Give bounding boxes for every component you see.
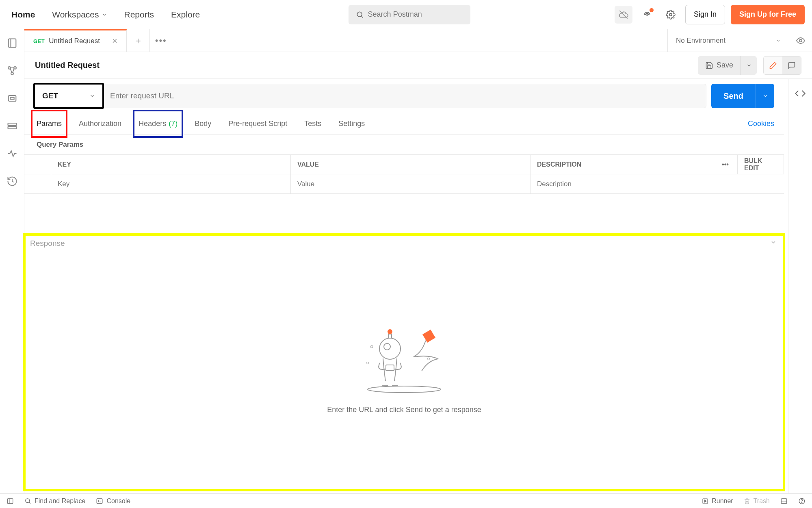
help-icon (798, 497, 806, 505)
find-replace-button[interactable]: Find and Replace (24, 497, 85, 505)
svg-point-13 (799, 39, 802, 42)
mock-servers-icon[interactable] (6, 120, 18, 132)
sign-in-button[interactable]: Sign In (685, 5, 725, 24)
send-button[interactable]: Send (711, 84, 756, 108)
request-tab[interactable]: GET Untitled Request × (24, 29, 127, 52)
sidebar-toggle-button[interactable] (6, 497, 14, 505)
environments-icon[interactable] (6, 93, 18, 104)
status-bar: Find and Replace Console Runner Trash (0, 493, 812, 508)
cloud-offline-button[interactable] (615, 6, 632, 24)
svg-rect-12 (8, 126, 16, 129)
svg-rect-11 (8, 123, 16, 126)
search-icon (24, 497, 31, 504)
global-search-input[interactable] (368, 10, 463, 19)
tab-authorization[interactable]: Authorization (76, 113, 124, 135)
trash-icon (744, 498, 750, 504)
comment-view-button[interactable] (782, 56, 801, 74)
trash-button[interactable]: Trash (744, 497, 770, 505)
tab-settings[interactable]: Settings (336, 113, 367, 135)
layout-icon (780, 497, 788, 505)
nav-home[interactable]: Home (7, 7, 39, 22)
table-more-button[interactable]: ••• (713, 155, 738, 174)
tab-headers[interactable]: Headers (7) (136, 113, 180, 135)
view-mode-toggle (763, 56, 801, 75)
collections-icon[interactable] (6, 37, 18, 49)
svg-point-3 (647, 15, 647, 15)
response-panel: Response (24, 234, 784, 490)
svg-point-20 (367, 362, 369, 364)
history-icon[interactable] (6, 176, 18, 187)
tab-params[interactable]: Params (34, 113, 64, 135)
tab-method-badge: GET (33, 38, 45, 44)
svg-point-34 (801, 502, 802, 503)
edit-view-button[interactable] (764, 56, 782, 74)
table-header-row: KEY VALUE DESCRIPTION ••• Bulk Edit (24, 155, 784, 174)
query-params-label: Query Params (24, 135, 784, 154)
bulk-edit-button[interactable]: Bulk Edit (738, 155, 784, 174)
request-title[interactable]: Untitled Request (35, 61, 100, 70)
http-method-select[interactable]: GET (34, 84, 103, 108)
svg-rect-9 (8, 96, 16, 101)
param-value-input[interactable] (297, 180, 524, 188)
nav-workspaces-label: Workspaces (52, 10, 99, 20)
chevron-down-icon (775, 38, 781, 43)
param-description-input[interactable] (537, 180, 777, 188)
svg-rect-5 (8, 39, 16, 48)
nav-reports[interactable]: Reports (120, 7, 158, 22)
save-button[interactable]: Save (698, 61, 741, 69)
svg-point-22 (368, 386, 441, 393)
two-pane-button[interactable] (780, 497, 788, 505)
console-button[interactable]: Console (96, 497, 130, 505)
environment-select[interactable]: No Environment (667, 29, 789, 52)
nav-explore[interactable]: Explore (167, 7, 204, 22)
global-search[interactable] (349, 5, 470, 24)
monitors-icon[interactable] (6, 148, 18, 159)
notification-dot (650, 8, 654, 12)
empty-state-illustration (359, 324, 449, 397)
nav-workspaces[interactable]: Workspaces (48, 7, 111, 22)
code-icon[interactable] (795, 88, 806, 99)
save-dropdown[interactable] (741, 56, 757, 75)
tab-prerequest[interactable]: Pre-request Script (226, 113, 290, 135)
svg-marker-30 (705, 500, 706, 502)
new-tab-button[interactable]: ＋ (127, 29, 149, 52)
trash-label: Trash (754, 497, 770, 505)
sign-up-button[interactable]: Sign Up for Free (731, 5, 805, 24)
right-rail (788, 79, 812, 493)
table-row (24, 174, 784, 194)
tab-overflow-button[interactable]: ••• (149, 29, 172, 52)
svg-point-4 (669, 13, 672, 16)
play-icon (702, 498, 708, 504)
chevron-down-icon[interactable] (770, 239, 777, 245)
help-button[interactable] (798, 497, 806, 505)
save-group: Save (698, 56, 757, 75)
capture-button[interactable] (638, 6, 656, 24)
svg-rect-18 (386, 365, 394, 371)
runner-button[interactable]: Runner (702, 497, 733, 505)
settings-button[interactable] (662, 6, 680, 24)
environment-quicklook-button[interactable] (789, 29, 812, 52)
svg-point-25 (26, 499, 30, 503)
left-rail (0, 29, 24, 493)
response-empty-text: Enter the URL and click Send to get a re… (327, 406, 481, 414)
param-key-input[interactable] (58, 180, 284, 188)
close-icon[interactable]: × (112, 36, 117, 46)
request-tabstrip: GET Untitled Request × ＋ ••• No Environm… (24, 29, 812, 52)
cookies-link[interactable]: Cookies (748, 119, 774, 128)
tab-headers-count: (7) (169, 119, 178, 128)
cloud-off-icon (618, 9, 629, 20)
tab-body[interactable]: Body (192, 113, 214, 135)
send-dropdown[interactable] (756, 84, 774, 108)
terminal-icon (96, 497, 103, 505)
console-label: Console (106, 497, 130, 505)
svg-line-1 (361, 16, 363, 17)
search-icon (356, 11, 364, 19)
tab-headers-label: Headers (139, 119, 166, 128)
svg-point-14 (388, 329, 392, 334)
tab-tests[interactable]: Tests (302, 113, 324, 135)
comment-icon (788, 61, 796, 69)
url-input[interactable] (103, 84, 706, 108)
col-header-key: KEY (51, 155, 291, 174)
svg-rect-15 (388, 334, 392, 338)
apis-icon[interactable] (6, 65, 18, 76)
